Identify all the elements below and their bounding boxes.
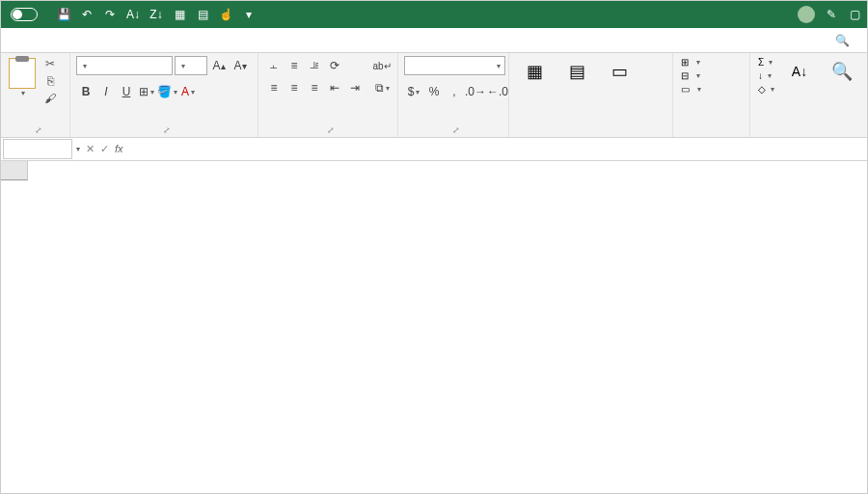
font-size-select[interactable]: ▾: [175, 56, 207, 75]
enter-formula-icon[interactable]: ✓: [100, 143, 109, 155]
percent-button[interactable]: %: [424, 82, 444, 101]
borders-icon[interactable]: ▤: [196, 8, 209, 21]
copy-icon[interactable]: ⎘: [41, 73, 59, 89]
cell-styles-button[interactable]: ▭: [600, 56, 638, 89]
insert-cells-button[interactable]: ⊞▾: [679, 56, 703, 69]
touch-icon[interactable]: ☝: [219, 8, 232, 21]
underline-button[interactable]: U: [117, 82, 136, 101]
dialog-launcher-icon[interactable]: ⤢: [35, 125, 42, 135]
align-right-icon[interactable]: ≡: [305, 78, 324, 97]
delete-icon: ⊟: [681, 70, 689, 81]
toggle-icon: [11, 8, 38, 21]
clear-icon: ◇: [758, 84, 766, 95]
merge-button[interactable]: ⧉▾: [372, 78, 392, 97]
format-cells-button[interactable]: ▭▾: [679, 83, 703, 96]
italic-button[interactable]: I: [96, 82, 116, 101]
decrease-font-icon[interactable]: A▾: [231, 56, 250, 75]
redo-icon[interactable]: ↷: [103, 8, 117, 21]
chevron-down-icon: ▾: [21, 89, 25, 97]
table-icon: ▤: [563, 58, 590, 85]
ribbon-display-icon[interactable]: ▢: [848, 8, 861, 21]
format-as-table-button[interactable]: ▤: [557, 56, 596, 89]
cancel-formula-icon[interactable]: ✕: [86, 143, 95, 155]
format-icon: ▭: [681, 84, 690, 95]
dialog-launcher-icon[interactable]: ⤢: [327, 125, 335, 135]
format-painter-icon[interactable]: 🖌: [41, 91, 59, 106]
conditional-formatting-icon: ▦: [521, 58, 548, 85]
quick-access-toolbar: 💾 ↶ ↷ A↓ Z↓ ▦ ▤ ☝ ▾: [57, 8, 256, 21]
name-box[interactable]: [3, 139, 72, 159]
ribbon: ▾ ✂ ⎘ 🖌 ⤢ ▾ ▾ A▴ A▾ B I U ⊞▾ 🪣▾: [1, 53, 867, 138]
fill-color-button[interactable]: 🪣▾: [157, 82, 177, 101]
align-left-icon[interactable]: ≡: [264, 78, 284, 97]
conditional-formatting-button[interactable]: ▦: [515, 56, 554, 89]
menu-bar: 🔍: [1, 28, 867, 53]
save-icon[interactable]: 💾: [57, 8, 70, 21]
find-icon: 🔍: [828, 58, 855, 85]
clear-button[interactable]: ◇▾: [756, 83, 776, 96]
increase-decimal-icon[interactable]: .0→: [465, 82, 486, 101]
dialog-launcher-icon[interactable]: ⤢: [452, 125, 460, 135]
accounting-format-button[interactable]: $▾: [404, 82, 423, 101]
font-color-button[interactable]: A▾: [178, 82, 198, 101]
orientation-icon[interactable]: ⟳: [325, 56, 344, 75]
number-format-select[interactable]: ▾: [404, 56, 505, 75]
wrap-text-button[interactable]: ab↵: [372, 56, 392, 75]
sum-icon: Σ: [758, 57, 764, 68]
title-bar: 💾 ↶ ↷ A↓ Z↓ ▦ ▤ ☝ ▾ ✎ ▢: [1, 1, 867, 28]
borders-button[interactable]: ⊞▾: [137, 82, 156, 101]
align-bottom-icon[interactable]: ⫡: [305, 56, 324, 75]
tell-me-search[interactable]: 🔍: [827, 32, 861, 49]
fx-icon[interactable]: fx: [115, 143, 123, 155]
increase-indent-icon[interactable]: ⇥: [345, 78, 365, 97]
dialog-launcher-icon[interactable]: ⤢: [163, 125, 171, 135]
autosave-toggle[interactable]: [7, 8, 41, 21]
insert-icon: ⊞: [681, 57, 689, 68]
search-icon: 🔍: [835, 34, 850, 47]
cut-icon[interactable]: ✂: [41, 56, 59, 71]
find-select-button[interactable]: 🔍: [823, 56, 861, 89]
user-avatar[interactable]: [798, 6, 815, 23]
paste-button[interactable]: ▾: [7, 56, 38, 99]
spreadsheet-grid: [1, 161, 867, 493]
sort-icon: A↓: [786, 58, 813, 85]
autosum-button[interactable]: Σ▾: [756, 56, 776, 69]
align-middle-icon[interactable]: ≡: [285, 56, 304, 75]
comma-button[interactable]: ,: [445, 82, 464, 101]
sort-desc-icon[interactable]: Z↓: [149, 8, 163, 21]
cell-styles-icon: ▭: [606, 58, 633, 85]
undo-icon[interactable]: ↶: [80, 8, 94, 21]
align-top-icon[interactable]: ⫠: [264, 56, 284, 75]
fill-icon: ↓: [758, 70, 763, 81]
sort-asc-icon[interactable]: A↓: [126, 8, 140, 21]
formula-input[interactable]: [129, 148, 867, 151]
increase-font-icon[interactable]: A▴: [209, 56, 229, 75]
align-center-icon[interactable]: ≡: [285, 78, 304, 97]
select-all-corner[interactable]: [1, 161, 28, 180]
bold-button[interactable]: B: [76, 82, 95, 101]
coming-soon-icon[interactable]: ✎: [825, 8, 838, 21]
font-name-select[interactable]: ▾: [76, 56, 173, 75]
sort-filter-button[interactable]: A↓: [780, 56, 819, 89]
formula-bar: ▾ ✕ ✓ fx: [1, 138, 867, 161]
fill-button[interactable]: ↓▾: [756, 69, 776, 82]
decrease-indent-icon[interactable]: ⇤: [325, 78, 344, 97]
chart-icon[interactable]: ▦: [173, 8, 186, 21]
clipboard-icon: [9, 58, 36, 89]
delete-cells-button[interactable]: ⊟▾: [679, 69, 703, 82]
customize-qat-icon[interactable]: ▾: [242, 8, 256, 21]
decrease-decimal-icon[interactable]: ←.0: [487, 82, 508, 101]
